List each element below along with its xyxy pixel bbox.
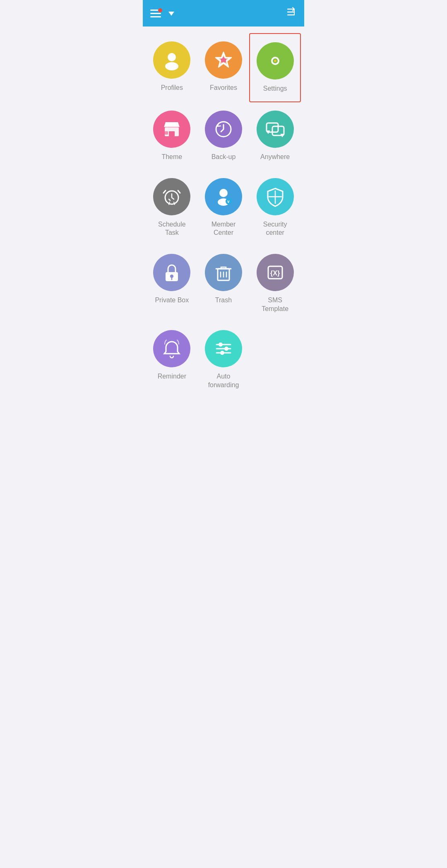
auto-forwarding-label: Autoforwarding: [208, 372, 239, 390]
settings-label: Settings: [263, 84, 287, 93]
svg-rect-12: [169, 131, 175, 136]
menu-grid: Profiles Favorites Settings Theme Back-u…: [143, 27, 304, 404]
profiles-label: Profiles: [161, 84, 183, 92]
grid-item-sms-template[interactable]: {X} SMSTemplate: [249, 246, 301, 322]
app-header: [143, 0, 304, 27]
reminder-icon: [153, 330, 190, 367]
sort-button[interactable]: [285, 6, 297, 20]
favorites-icon: [205, 41, 242, 79]
grid-item-backup[interactable]: Back-up: [198, 102, 250, 170]
svg-text:{X}: {X}: [270, 270, 280, 277]
reminder-label: Reminder: [158, 372, 186, 381]
grid-item-reminder[interactable]: Reminder: [146, 322, 198, 398]
schedule-task-icon: [153, 178, 190, 215]
private-box-label: Private Box: [155, 296, 189, 305]
svg-point-4: [168, 53, 176, 61]
member-center-icon: v: [205, 178, 242, 215]
grid-item-favorites[interactable]: Favorites: [198, 33, 250, 102]
anywhere-label: Anywhere: [260, 153, 290, 162]
hamburger-line-2: [150, 13, 161, 14]
grid-item-security-center[interactable]: Securitycenter: [249, 170, 301, 246]
hamburger-line-3: [150, 16, 161, 17]
favorites-label: Favorites: [210, 84, 237, 92]
anywhere-icon: [257, 111, 294, 148]
trash-label: Trash: [215, 296, 232, 305]
dropdown-arrow-icon[interactable]: [168, 12, 174, 16]
security-center-icon: [257, 178, 294, 215]
svg-point-38: [224, 347, 228, 351]
grid-item-private-box[interactable]: Private Box: [146, 246, 198, 322]
trash-icon: [205, 254, 242, 291]
auto-forwarding-icon: [205, 330, 242, 367]
settings-icon: [257, 42, 294, 80]
grid-item-settings[interactable]: Settings: [249, 33, 301, 102]
notification-dot: [158, 8, 162, 12]
grid-item-theme[interactable]: Theme: [146, 102, 198, 170]
header-left: [150, 10, 174, 17]
theme-label: Theme: [161, 153, 182, 162]
svg-rect-13: [165, 131, 168, 135]
sms-template-icon: {X}: [257, 254, 294, 291]
hamburger-menu[interactable]: [150, 10, 161, 17]
profiles-icon: [153, 41, 190, 79]
svg-point-37: [219, 342, 223, 347]
grid-item-profiles[interactable]: Profiles: [146, 33, 198, 102]
grid-item-member-center[interactable]: v MemberCenter: [198, 170, 250, 246]
backup-icon: [205, 111, 242, 148]
grid-item-anywhere[interactable]: Anywhere: [249, 102, 301, 170]
grid-item-trash[interactable]: Trash: [198, 246, 250, 322]
sms-template-label: SMSTemplate: [262, 296, 288, 313]
member-center-label: MemberCenter: [211, 220, 236, 238]
backup-label: Back-up: [211, 153, 236, 162]
private-box-icon: [153, 254, 190, 291]
grid-item-schedule-task[interactable]: ScheduleTask: [146, 170, 198, 246]
svg-text:v: v: [227, 199, 230, 204]
svg-point-39: [220, 351, 224, 355]
svg-point-18: [219, 189, 228, 197]
security-center-label: Securitycenter: [263, 220, 287, 238]
theme-icon: [153, 111, 190, 148]
grid-item-auto-forwarding[interactable]: Autoforwarding: [198, 322, 250, 398]
schedule-task-label: ScheduleTask: [158, 220, 186, 238]
svg-point-5: [165, 62, 178, 70]
header-title: [166, 11, 174, 16]
